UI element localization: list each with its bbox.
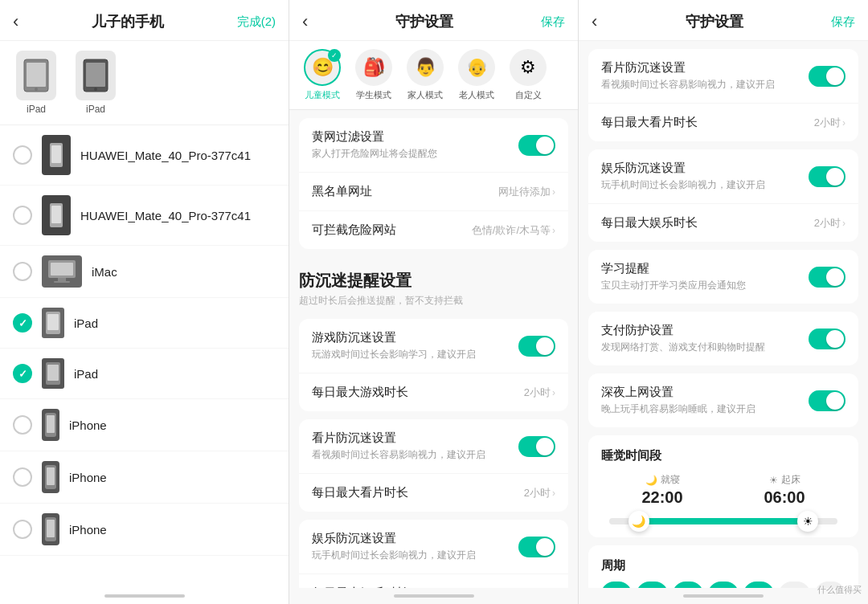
bed-time-value: 22:00 [641, 488, 682, 507]
panel3-back-button[interactable]: ‹ [592, 11, 597, 32]
p3-ent-time-row[interactable]: 每日最大娱乐时长 2小时 › [588, 204, 858, 242]
panel1-back-button[interactable]: ‹ [13, 11, 18, 32]
week-day-sat[interactable]: 六 [779, 582, 809, 588]
ent-time-row[interactable]: 每日最大娱乐时长 2小时 › [299, 574, 568, 588]
device-name-huawei-1: HUAWEI_Mate_40_Pro-377c41 [80, 149, 276, 162]
video-time-row[interactable]: 每日最大看片时长 2小时 › [299, 474, 568, 512]
mode-avatar-custom: ⚙ [510, 49, 547, 86]
p3-study-toggle[interactable] [809, 267, 845, 288]
svg-rect-13 [54, 281, 70, 283]
p3-night-card: 深夜上网设置 晚上玩手机容易影响睡眠，建议开启 [588, 373, 858, 427]
mode-label-elder: 老人模式 [459, 89, 494, 101]
mode-tab-custom[interactable]: ⚙ 自定义 [505, 49, 551, 101]
check-circle-imac[interactable] [13, 262, 32, 281]
mode-label-child: 儿童模式 [305, 89, 340, 101]
panel2-save-button[interactable]: 保存 [541, 14, 565, 30]
ent-main-row: 娱乐防沉迷设置 玩手机时间过长会影响视力，建议开启 [299, 520, 568, 574]
device-icon-ipad-2[interactable]: iPad [76, 51, 116, 115]
panel3-save-button[interactable]: 保存 [831, 14, 855, 30]
panel1-bottom-bar [104, 594, 185, 598]
week-day-thu[interactable]: 四 [708, 582, 739, 588]
p3-video-time-row[interactable]: 每日最大看片时长 2小时 › [588, 104, 858, 141]
device-row-iphone-1[interactable]: iPhone [0, 399, 289, 451]
p3-night-subtitle: 晚上玩手机容易影响睡眠，建议开启 [601, 402, 809, 416]
filter-row-left: 黄网过滤设置 家人打开危险网址将会提醒您 [312, 129, 518, 161]
week-day-fri[interactable]: 五 [743, 582, 774, 588]
mode-tab-elder[interactable]: 👴 老人模式 [453, 49, 500, 101]
p3-payment-toggle[interactable] [809, 329, 845, 349]
p3-video-subtitle: 看视频时间过长容易影响视力，建议开启 [601, 78, 809, 92]
mode-tab-student[interactable]: 🎒 学生模式 [350, 49, 397, 101]
ent-time-label: 每日最大娱乐时长 [312, 586, 408, 588]
panel3-title: 守护设置 [686, 12, 743, 31]
p3-night-toggle[interactable] [809, 390, 845, 411]
device-row-imac[interactable]: iMac [0, 246, 289, 298]
p3-study-card: 学习提醒 宝贝主动打开学习类应用会通知您 [588, 250, 858, 304]
panel1-header: ‹ 儿子的手机 完成(2) [0, 0, 289, 41]
device-icon-ipad-1-label: iPad [27, 104, 46, 115]
game-toggle[interactable] [518, 336, 555, 357]
filter-toggle[interactable] [518, 135, 555, 156]
panel1-top-devices: iPad iPad [0, 41, 289, 125]
device-thumb-ipad-1 [42, 308, 64, 338]
device-row-ipad-2[interactable]: iPad [0, 349, 289, 399]
video-toggle[interactable] [518, 436, 555, 457]
svg-rect-23 [47, 520, 55, 537]
check-circle-iphone-3[interactable] [13, 520, 32, 539]
p3-video-time-value: 2小时 › [814, 116, 845, 130]
watermark: 什么值得买 [817, 584, 862, 596]
game-addiction-card: 游戏防沉迷设置 玩游戏时间过长会影响学习，建议开启 每日最大游戏时长 2小时 › [299, 319, 568, 411]
check-circle-ipad-2[interactable] [13, 364, 32, 383]
sleep-thumb-wake[interactable]: ☀ [797, 511, 818, 532]
wake-time-value: 06:00 [764, 488, 805, 507]
p3-ent-toggle[interactable] [809, 166, 845, 187]
panel-guard-settings-1: ‹ 守护设置 保存 😊 ✓ 儿童模式 🎒 学生模式 👨 家人模式 👴 老人模式 … [289, 0, 579, 604]
p3-night-row: 深夜上网设置 晚上玩手机容易影响睡眠，建议开启 [588, 373, 858, 427]
p3-video-toggle[interactable] [809, 66, 845, 87]
week-day-wed[interactable]: 三 [673, 582, 703, 588]
video-addiction-card: 看片防沉迷设置 看视频时间过长容易影响视力，建议开启 每日最大看片时长 2小时 … [299, 419, 568, 512]
svg-rect-7 [51, 145, 61, 163]
check-circle-huawei-1[interactable] [13, 145, 32, 165]
svg-rect-11 [51, 263, 73, 275]
check-circle-huawei-2[interactable] [13, 206, 32, 225]
device-row-ipad-1[interactable]: iPad [0, 298, 289, 349]
device-name-iphone-1: iPhone [69, 418, 276, 432]
mode-label-family: 家人模式 [407, 89, 443, 101]
device-thumb-iphone-2 [42, 461, 59, 493]
panel2-back-button[interactable]: ‹ [302, 11, 308, 32]
device-row-huawei-2[interactable]: HUAWEI_Mate_40_Pro-377c41 [0, 186, 289, 246]
week-day-tue[interactable]: 二 [637, 582, 667, 588]
filter-card: 黄网过滤设置 家人打开危险网址将会提醒您 黑名单网址 网址待添加 › 可拦截危险… [299, 118, 568, 249]
game-time-row[interactable]: 每日最大游戏时长 2小时 › [299, 373, 568, 411]
device-icon-ipad-1[interactable]: iPad [16, 51, 56, 115]
week-day-mon[interactable]: 一 [601, 582, 632, 588]
mode-tab-family[interactable]: 👨 家人模式 [402, 49, 448, 101]
device-name-iphone-3: iPhone [69, 523, 276, 537]
sleep-thumb-bed[interactable]: 🌙 [628, 511, 649, 532]
video-title: 看片防沉迷设置 [312, 431, 518, 446]
device-row-iphone-3[interactable]: iPhone [0, 504, 289, 556]
p3-ent-row-left: 娱乐防沉迷设置 玩手机时间过长会影响视力，建议开启 [601, 161, 809, 192]
sleep-slider[interactable]: 🌙 ☀ [609, 518, 837, 524]
ent-toggle[interactable] [518, 537, 555, 557]
check-circle-iphone-2[interactable] [13, 467, 32, 487]
device-row-iphone-2[interactable]: iPhone [0, 451, 289, 504]
device-icon-ipad-2-label: iPad [86, 104, 105, 115]
check-circle-ipad-1[interactable] [13, 313, 32, 333]
mode-tab-child[interactable]: 😊 ✓ 儿童模式 [299, 49, 346, 101]
check-circle-iphone-1[interactable] [13, 415, 32, 435]
sleep-times: 🌙 就寝 22:00 ☀ 起床 06:00 [601, 473, 845, 507]
block-row[interactable]: 可拦截危险网站 色情/欺诈/木马等 › [299, 211, 568, 249]
panel2-title: 守护设置 [395, 12, 453, 31]
device-thumb-huawei-1 [42, 135, 71, 175]
p3-night-row-left: 深夜上网设置 晚上玩手机容易影响睡眠，建议开启 [601, 385, 809, 416]
blacklist-row[interactable]: 黑名单网址 网址待添加 › [299, 173, 568, 211]
video-time-value: 2小时 › [524, 486, 555, 500]
p3-study-row: 学习提醒 宝贝主动打开学习类应用会通知您 [588, 250, 858, 304]
moon-icon: 🌙 [645, 475, 657, 486]
panel1-action-button[interactable]: 完成(2) [237, 14, 276, 30]
svg-point-2 [35, 88, 38, 91]
device-row-huawei-1[interactable]: HUAWEI_Mate_40_Pro-377c41 [0, 125, 289, 186]
panel2-content: 黄网过滤设置 家人打开危险网址将会提醒您 黑名单网址 网址待添加 › 可拦截危险… [289, 110, 578, 588]
